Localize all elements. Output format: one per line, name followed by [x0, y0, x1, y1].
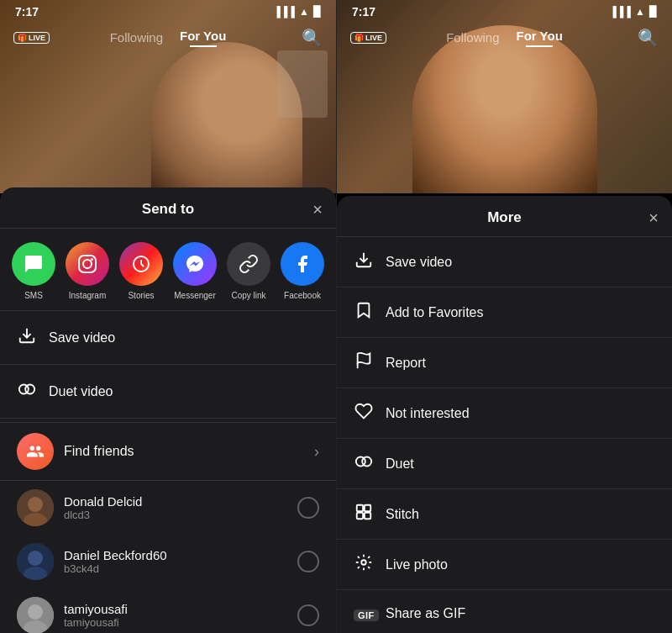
nav-following[interactable]: Following	[110, 30, 163, 45]
tami-avatar	[17, 597, 54, 633]
daniel-select[interactable]	[297, 551, 319, 572]
daniel-info: Daniel Beckford60 b3ck4d	[64, 548, 287, 575]
status-bar: 7:17 ▐▐▐ ▲ ▉	[0, 0, 336, 22]
user-tami[interactable]: tamiyousafi tamiyousafi	[0, 588, 336, 633]
share-stories[interactable]: Stories	[118, 242, 165, 300]
user-daniel[interactable]: Daniel Beckford60 b3ck4d	[0, 535, 336, 588]
more-save-label: Save video	[386, 255, 452, 270]
close-button[interactable]: ×	[312, 200, 323, 219]
svg-point-1	[83, 260, 92, 268]
more-save-icon	[354, 251, 374, 273]
divider-3	[0, 418, 336, 419]
svg-rect-21	[365, 505, 370, 511]
right-nav-center: Following For You	[446, 29, 563, 47]
right-status-bar: 7:17 ▐▐▐ ▲ ▉	[337, 0, 672, 22]
tami-name: tamiyousafi	[64, 602, 287, 616]
sms-label: SMS	[24, 291, 43, 300]
right-status-icons: ▐▐▐ ▲ ▉	[610, 6, 657, 18]
send-to-sheet: Send to × SMS Instagram Stories	[0, 187, 336, 633]
right-search-button[interactable]: 🔍	[638, 28, 659, 48]
daniel-name: Daniel Beckford60	[64, 548, 287, 562]
share-sms[interactable]: SMS	[10, 242, 57, 300]
donald-handle: dlcd3	[64, 509, 287, 521]
more-close-button[interactable]: ×	[648, 208, 659, 228]
duet-video-icon	[17, 380, 37, 403]
donald-name: Donald Delcid	[64, 494, 287, 509]
more-live-photo-label: Live photo	[386, 557, 448, 572]
svg-rect-0	[79, 256, 96, 272]
svg-point-19	[362, 457, 371, 467]
instagram-icon	[66, 242, 109, 286]
find-friends-left: Find friends	[17, 433, 134, 470]
more-gif-icon: GIF	[354, 604, 374, 623]
more-stitch[interactable]: Stitch	[337, 489, 672, 540]
share-icons-row: SMS Instagram Stories Messenger	[0, 229, 336, 307]
more-report-label: Report	[386, 356, 426, 371]
stories-label: Stories	[128, 291, 154, 300]
right-live-badge[interactable]: LIVE	[350, 32, 386, 44]
more-favorites[interactable]: Add to Favorites	[337, 287, 672, 338]
daniel-avatar	[17, 543, 54, 580]
more-favorites-label: Add to Favorites	[386, 305, 484, 320]
stories-icon	[119, 242, 163, 286]
glasses-decor	[277, 50, 328, 118]
search-button[interactable]: 🔍	[302, 28, 323, 48]
share-copylink[interactable]: Copy link	[225, 242, 272, 300]
right-nav-for-you[interactable]: For You	[517, 29, 563, 47]
find-friends-label: Find friends	[64, 444, 134, 459]
more-duet[interactable]: Duet	[337, 439, 672, 489]
sheet-header: Send to ×	[0, 187, 336, 229]
more-favorites-icon	[354, 301, 374, 324]
more-save-video[interactable]: Save video	[337, 237, 672, 287]
more-sheet: More × Save video Add to Favorites Repor…	[337, 196, 672, 633]
save-video-label: Save video	[49, 330, 115, 346]
more-duet-icon	[354, 452, 374, 475]
right-phone: 7:17 ▐▐▐ ▲ ▉ LIVE Following For You 🔍 Mo…	[336, 0, 672, 633]
duet-video-item[interactable]: Duet video	[0, 368, 336, 414]
more-report[interactable]: Report	[337, 338, 672, 388]
share-facebook[interactable]: Facebook	[279, 242, 326, 300]
nav-for-you[interactable]: For You	[180, 29, 226, 47]
svg-point-6	[25, 385, 34, 394]
right-signal-icon: ▐▐▐	[610, 6, 632, 18]
right-battery-icon: ▉	[649, 6, 657, 18]
svg-point-24	[361, 560, 366, 565]
share-instagram[interactable]: Instagram	[64, 242, 111, 300]
battery-icon: ▉	[313, 6, 321, 18]
live-badge[interactable]: LIVE	[13, 32, 50, 44]
svg-rect-23	[365, 513, 370, 519]
svg-rect-22	[357, 513, 363, 519]
svg-point-11	[28, 551, 43, 566]
time-display: 7:17	[15, 5, 39, 18]
more-not-interested[interactable]: Not interested	[337, 388, 672, 439]
wifi-icon: ▲	[299, 6, 309, 18]
signal-icon: ▐▐▐	[274, 6, 296, 18]
nav-center: Following For You	[110, 29, 227, 47]
more-live-photo[interactable]: Live photo	[337, 540, 672, 590]
copylink-icon	[227, 242, 270, 286]
sms-icon	[12, 242, 55, 286]
more-live-photo-icon	[354, 553, 374, 576]
right-wifi-icon: ▲	[635, 6, 645, 18]
more-duet-label: Duet	[386, 456, 414, 472]
more-share-gif[interactable]: GIF Share as GIF	[337, 590, 672, 633]
gif-badge: GIF	[354, 609, 379, 621]
chevron-right-icon: ›	[314, 443, 319, 461]
nav-underline	[190, 45, 217, 47]
right-nav-following[interactable]: Following	[446, 30, 499, 45]
share-messenger[interactable]: Messenger	[171, 242, 218, 300]
daniel-handle: b3ck4d	[64, 562, 287, 575]
duet-video-label: Duet video	[49, 384, 113, 399]
copylink-label: Copy link	[231, 291, 265, 300]
svg-point-2	[91, 258, 93, 261]
save-video-item[interactable]: Save video	[0, 314, 336, 361]
find-friends-item[interactable]: Find friends ›	[0, 422, 336, 481]
status-icons: ▐▐▐ ▲ ▉	[274, 6, 321, 18]
tami-select[interactable]	[297, 604, 319, 626]
donald-info: Donald Delcid dlcd3	[64, 494, 287, 521]
user-donald[interactable]: Donald Delcid dlcd3	[0, 481, 336, 535]
facebook-label: Facebook	[284, 291, 321, 300]
donald-select[interactable]	[297, 497, 319, 519]
more-not-interested-icon	[354, 402, 374, 425]
more-stitch-label: Stitch	[386, 507, 419, 522]
